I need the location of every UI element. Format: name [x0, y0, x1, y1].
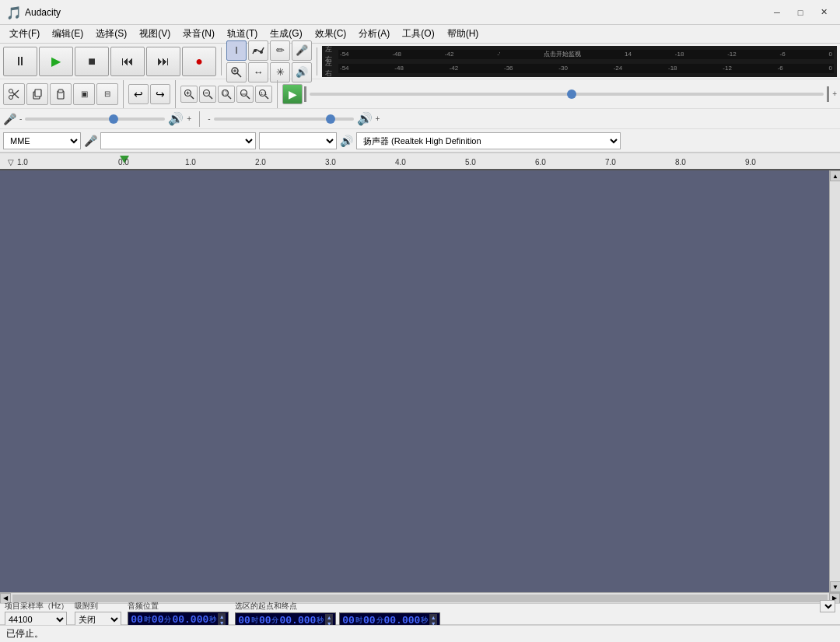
envelope-tool-button[interactable]: [248, 40, 268, 61]
output-volume-track[interactable]: [214, 118, 354, 121]
output-minus-label: -: [208, 114, 210, 123]
play-speed-thumb[interactable]: [567, 89, 576, 99]
record-button[interactable]: ●: [182, 47, 216, 76]
pos-m-unit: 分: [164, 615, 171, 625]
speed-plus-label: +: [832, 89, 837, 98]
ruler-label-1b: 1.0: [185, 158, 196, 167]
sel-end-up[interactable]: ▲: [429, 614, 437, 620]
paste-button[interactable]: [50, 83, 72, 105]
audio-api-select[interactable]: MME: [3, 132, 81, 149]
pause-button[interactable]: ⏸: [3, 47, 37, 76]
meter-row-top: 左右 -54 -48 -42 -' 点击开始监视 14 -18 -12 -6 0: [325, 48, 834, 61]
menu-select[interactable]: 选择(S): [89, 26, 133, 42]
scroll-down-button[interactable]: ▼: [830, 581, 840, 592]
selection-mode-select[interactable]: ▼: [820, 600, 835, 612]
copy-button[interactable]: [26, 83, 48, 105]
meter-bar-bottom[interactable]: -54 -48 -42 -36 -30 -24 -18 -12 -6 0: [338, 64, 834, 73]
sel-start-up[interactable]: ▲: [325, 614, 333, 620]
snap-label: 吸附到: [75, 601, 98, 612]
menu-file[interactable]: 文件(F): [3, 26, 46, 42]
silence-button[interactable]: ⊟: [96, 83, 118, 105]
cut-button[interactable]: [3, 83, 25, 105]
svg-line-3: [237, 73, 241, 77]
track-area[interactable]: ▲ ▼: [0, 170, 840, 592]
redo-button[interactable]: ↪: [150, 84, 170, 104]
svg-point-0: [254, 49, 257, 52]
play-button[interactable]: ▶: [39, 47, 73, 76]
svg-line-28: [265, 96, 268, 99]
ruler-label-6: 6.0: [535, 158, 546, 167]
app-title: Audacity: [25, 7, 767, 18]
ruler-label-0: 0.0: [118, 158, 129, 167]
trim-button[interactable]: ▣: [73, 83, 95, 105]
window-controls: ─ □ ✕: [767, 5, 834, 20]
audio-pos-section: 音频位置 00 时 00 分 00.000 秒 ▲ ▼: [128, 601, 229, 627]
input-device-select[interactable]: [100, 132, 256, 149]
menu-analyze[interactable]: 分析(A): [352, 26, 396, 42]
mic-record-button[interactable]: 🎤: [292, 40, 312, 61]
pos-s: 00.000: [172, 614, 208, 626]
selection-label: 选区的起点和终点: [235, 601, 297, 612]
output-speaker-icon: 🔊: [357, 111, 373, 126]
draw-tool-button[interactable]: ✏: [270, 40, 290, 61]
sep3: [123, 80, 124, 108]
output-plus-label: +: [376, 114, 380, 123]
pos-up-btn[interactable]: ▲: [218, 613, 226, 619]
menu-effect[interactable]: 效果(C): [309, 26, 353, 42]
output-volume-thumb[interactable]: [326, 114, 335, 124]
status-bar-controls: 项目采样率（Hz） 44100 吸附到 关闭 音频位置 00 时 00 分 00…: [0, 603, 840, 625]
title-bar: 🎵 Audacity ─ □ ✕: [0, 0, 840, 25]
timeline-ruler[interactable]: ▽ 1.0 0.0 1.0 2.0 3.0 4.0 5.0 6.0 7.0 8.…: [0, 153, 840, 170]
selection-section: 选区的起点和终点 ▼ 00 时 00 分 00.000 秒 ▲ ▼ 00: [235, 600, 835, 628]
scroll-up-button[interactable]: ▲: [830, 170, 840, 181]
sep2: [317, 47, 317, 75]
undo-button[interactable]: ↩: [128, 84, 149, 104]
tool-buttons: I ✏ 🎤 ↔ ✳ 🔊: [226, 40, 312, 82]
select-tool-button[interactable]: I: [226, 40, 247, 61]
svg-text:1:1: 1:1: [261, 91, 268, 96]
pos-spinners[interactable]: ▲ ▼: [218, 613, 226, 626]
menu-edit[interactable]: 编辑(E): [46, 26, 89, 42]
skip-end-button[interactable]: ⏭: [146, 47, 180, 76]
menu-tools[interactable]: 工具(O): [396, 26, 440, 42]
play-speed-track[interactable]: [310, 93, 824, 96]
play-at-speed-button[interactable]: ▶: [282, 84, 303, 104]
input-speaker-icon: 🔊: [168, 111, 184, 126]
maximize-button[interactable]: □: [790, 5, 810, 20]
menu-help[interactable]: 帮助(H): [441, 26, 485, 42]
sample-rate-label: 项目采样率（Hz）: [5, 601, 68, 612]
input-volume-track[interactable]: [25, 118, 165, 121]
zoom-fit-project-button[interactable]: [236, 86, 254, 103]
speed-min-mark: [304, 86, 306, 102]
zoom-in-button[interactable]: [180, 86, 198, 103]
mixer-toolbar: 🎤 - 🔊 + - 🔊 +: [0, 109, 840, 129]
ruler-tick-neg1: ▽: [8, 158, 14, 167]
pos-h: 00: [131, 614, 143, 626]
close-button[interactable]: ✕: [814, 5, 834, 20]
speed-max-mark: [827, 86, 829, 102]
zoom-fit-selection-button[interactable]: [218, 86, 235, 103]
ruler-label-3: 3.0: [325, 158, 336, 167]
pos-h-unit: 时: [144, 615, 151, 625]
menu-record[interactable]: 录音(N): [177, 26, 221, 42]
input-volume-thumb[interactable]: [109, 114, 118, 124]
input-plus-label: +: [187, 114, 191, 123]
svg-rect-11: [35, 89, 41, 96]
meter-bar-top[interactable]: -54 -48 -42 -' 点击开始监视 14 -18 -12 -6 0: [338, 50, 834, 59]
output-device-select[interactable]: 扬声器 (Realtek High Definition: [356, 132, 621, 149]
menu-view[interactable]: 视图(V): [133, 26, 177, 42]
minimize-button[interactable]: ─: [767, 5, 787, 20]
skip-start-button[interactable]: ⏮: [110, 47, 145, 76]
input-device-mic-icon: 🎤: [84, 135, 97, 147]
audio-pos-label: 音频位置: [128, 601, 159, 612]
svg-line-22: [228, 96, 231, 99]
vertical-scrollbar[interactable]: ▲ ▼: [829, 170, 840, 592]
svg-line-15: [191, 96, 194, 99]
play-speed-slider-area: +: [304, 86, 837, 102]
zoom-toggle-button[interactable]: 1:1: [255, 86, 272, 103]
zoom-out-button[interactable]: [199, 86, 216, 103]
sep5: [277, 80, 278, 108]
channel-select[interactable]: [259, 132, 337, 149]
ruler-label-8: 8.0: [675, 158, 686, 167]
stop-button[interactable]: ■: [75, 47, 109, 76]
